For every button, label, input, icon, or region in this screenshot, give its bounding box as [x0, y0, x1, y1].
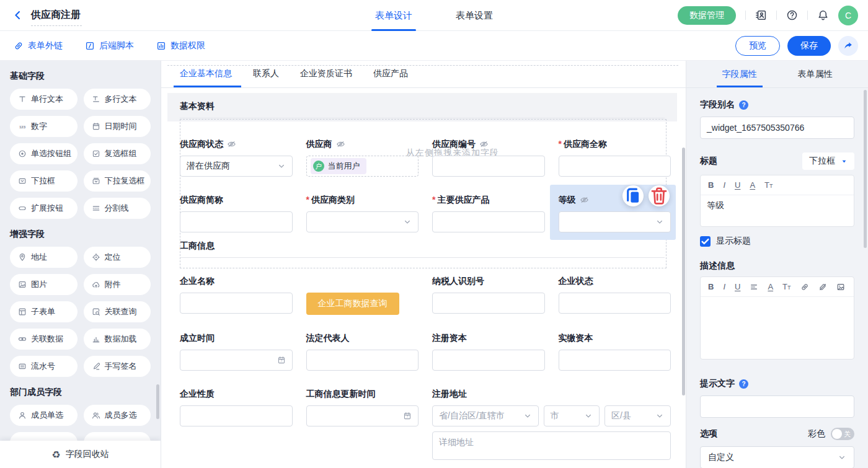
editor-font-size-button[interactable]: TT [764, 180, 773, 190]
form-field[interactable]: 企业名称 [180, 275, 293, 315]
form-field[interactable]: 供应商简称 [180, 193, 293, 232]
text-input[interactable] [559, 293, 671, 314]
select-input[interactable]: 潜在供应商 [180, 156, 293, 177]
editor-image-button[interactable] [836, 283, 845, 291]
editor-font-color-button[interactable]: A [750, 180, 755, 190]
property-tab-1[interactable]: 表单属性 [798, 69, 833, 87]
sidebar-item-users[interactable]: 成员多选 [84, 405, 151, 426]
form-field[interactable]: 供应商状态潜在供应商 [180, 138, 293, 177]
sidebar-item-datetime[interactable]: 日期时间 [84, 116, 151, 137]
placeholder-input[interactable] [700, 395, 854, 418]
editor-italic-button[interactable]: I [723, 180, 725, 190]
date-input[interactable]: 7 [306, 405, 419, 426]
address-select-0[interactable]: 省/自治区/直辖市 [432, 405, 539, 426]
topbar-tab-1[interactable]: 表单设置 [456, 0, 493, 31]
editor-bold-button[interactable]: B [708, 282, 714, 291]
title-editor-content[interactable]: 等级 [701, 195, 854, 226]
text-input[interactable] [306, 350, 419, 371]
share-button[interactable] [838, 36, 858, 56]
topbar-tab-0[interactable]: 表单设计 [375, 0, 412, 31]
text-input[interactable] [432, 293, 545, 314]
text-input[interactable] [559, 350, 671, 371]
form-field[interactable]: 等级 [550, 185, 676, 240]
editor-font-color-button[interactable]: A [768, 282, 773, 291]
panel-scrollbar[interactable] [864, 90, 867, 248]
sidebar-item-textarea[interactable]: 多行文本 [84, 89, 151, 110]
editor-underline-button[interactable]: U [735, 282, 740, 291]
toolbar-link-1[interactable]: 后端脚本 [85, 40, 134, 51]
field-alias-input[interactable]: _widget_1657505350766 [700, 117, 854, 139]
sidebar-item-user[interactable]: 成员单选 [10, 405, 78, 426]
editor-unlink-button[interactable] [818, 283, 827, 291]
form-field[interactable]: 供应商编号 [432, 138, 545, 177]
editor-align-button[interactable] [750, 283, 758, 291]
property-tab-0[interactable]: 字段属性 [722, 69, 757, 87]
form-page-tab-2[interactable]: 企业资质证书 [300, 68, 352, 87]
delete-field-button[interactable] [649, 185, 670, 206]
form-field[interactable]: 成立时间7 [180, 332, 293, 371]
field-recycle-bin[interactable]: ♻ 字段回收站 [0, 441, 161, 468]
contacts-icon[interactable] [755, 9, 767, 21]
text-input[interactable] [180, 211, 293, 232]
sidebar-item-link-query[interactable]: 关联查询 [84, 301, 151, 322]
sidebar-item-radio[interactable]: 单选按钮组 [10, 143, 78, 164]
form-field[interactable]: 注册地址省/自治区/直辖市市区/县详细地址 [432, 387, 671, 460]
sidebar-item-text[interactable]: 单行文本 [10, 89, 78, 110]
text-input[interactable] [432, 350, 545, 371]
editor-italic-button[interactable]: I [723, 282, 725, 291]
help-badge-icon[interactable]: ? [739, 100, 748, 110]
editor-font-size-button[interactable]: TT [782, 282, 790, 291]
toolbar-link-0[interactable]: 表单外链 [14, 40, 63, 51]
toolbar-link-2[interactable]: 数据权限 [156, 40, 205, 51]
form-page-tab-1[interactable]: 联系人 [253, 68, 279, 87]
save-button[interactable]: 保存 [787, 36, 831, 56]
color-toggle[interactable]: 关 [831, 428, 854, 440]
sidebar-item-attachment[interactable]: 附件 [84, 274, 151, 295]
form-field[interactable]: 企业状态 [559, 275, 671, 315]
select-input[interactable] [306, 211, 419, 232]
help-icon[interactable] [786, 9, 798, 21]
options-source-select[interactable]: 自定义 [700, 446, 854, 468]
sidebar-item-checkbox-group[interactable]: 复选框组 [84, 143, 151, 164]
text-input[interactable] [559, 156, 671, 177]
sidebar-item-divider[interactable]: 分割线 [84, 198, 151, 219]
select-input[interactable] [559, 211, 671, 232]
sidebar-item-subform[interactable]: 子表单 [10, 301, 78, 322]
form-field[interactable]: 企业工商数据查询 [306, 275, 419, 315]
description-editor-content[interactable] [701, 297, 854, 359]
back-icon[interactable] [12, 10, 23, 20]
sidebar-item-number[interactable]: 123数字 [10, 116, 78, 137]
sidebar-item-ext-button[interactable]: 扩展按钮 [10, 198, 78, 219]
current-user-field[interactable]: 户当前用户 [306, 156, 419, 177]
text-input[interactable] [432, 211, 545, 232]
form-field[interactable]: *供应商类别 [306, 193, 419, 232]
editor-link-button[interactable] [800, 283, 809, 291]
sidebar-scrollbar[interactable] [156, 384, 159, 419]
editor-underline-button[interactable]: U [735, 180, 740, 190]
date-input[interactable]: 7 [180, 350, 293, 371]
avatar[interactable]: C [838, 6, 858, 25]
form-field[interactable]: 纳税人识别号 [432, 275, 545, 315]
preview-button[interactable]: 预览 [735, 36, 780, 56]
sidebar-item-multi-select[interactable]: 下拉复选框 [84, 170, 151, 192]
help-badge-icon[interactable]: ? [739, 379, 748, 389]
form-field[interactable]: 企业性质 [180, 387, 293, 460]
business-data-query-button[interactable]: 企业工商数据查询 [306, 293, 399, 315]
copy-field-button[interactable] [622, 185, 644, 206]
sidebar-item-image[interactable]: 图片 [10, 274, 78, 295]
form-field[interactable]: 注册资本 [432, 332, 545, 371]
text-input[interactable] [180, 293, 293, 314]
show-title-checkbox-row[interactable]: 显示标题 [700, 236, 854, 247]
sidebar-item-address[interactable]: 地址 [10, 247, 78, 268]
bell-icon[interactable] [817, 9, 829, 21]
form-field[interactable]: 法定代表人 [306, 332, 419, 371]
sidebar-item-data-load[interactable]: 数据加载 [84, 329, 151, 350]
text-input[interactable] [432, 156, 545, 177]
data-manage-button[interactable]: 数据管理 [678, 6, 736, 25]
form-field[interactable]: *主要供应产品 [432, 193, 545, 232]
address-select-2[interactable]: 区/县 [604, 405, 671, 426]
address-select-1[interactable]: 市 [544, 405, 600, 426]
form-field[interactable]: 工商信息更新时间7 [306, 387, 419, 460]
form-page-tab-0[interactable]: 企业基本信息 [180, 68, 232, 87]
form-field[interactable]: *供应商全称 [559, 138, 671, 177]
